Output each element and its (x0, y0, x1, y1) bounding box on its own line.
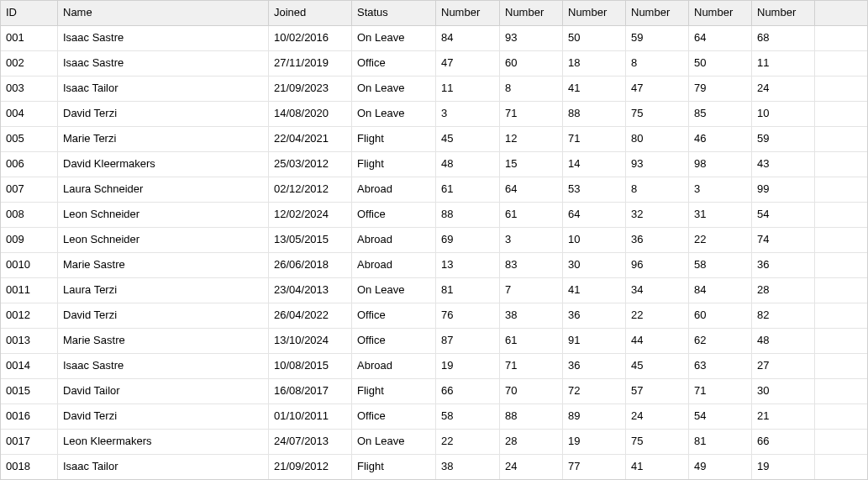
table-row[interactable]: 001Isaac Sastre10/02/2016On Leave8493505… (1, 26, 867, 51)
cell-name[interactable]: David Terzi (58, 102, 269, 126)
table-row[interactable]: 0018Isaac Tailor21/09/2012Flight38247741… (1, 455, 867, 479)
cell-number[interactable]: 44 (626, 329, 689, 353)
cell-joined[interactable]: 10/02/2016 (269, 26, 352, 50)
cell-number[interactable]: 85 (689, 102, 752, 126)
cell-number[interactable]: 3 (689, 177, 752, 202)
cell-number[interactable]: 81 (689, 430, 752, 454)
cell-id[interactable]: 009 (1, 228, 58, 252)
cell-name[interactable]: Isaac Tailor (58, 76, 269, 101)
table-row[interactable]: 0014Isaac Sastre10/08/2015Abroad19713645… (1, 354, 867, 379)
cell-joined[interactable]: 16/08/2017 (269, 379, 352, 404)
cell-number[interactable]: 7 (500, 278, 563, 303)
cell-status[interactable]: Abroad (352, 177, 436, 202)
cell-name[interactable]: Marie Sastre (58, 329, 269, 353)
cell-number[interactable]: 30 (752, 379, 815, 404)
cell-number[interactable]: 36 (626, 228, 689, 252)
cell-joined[interactable]: 21/09/2023 (269, 76, 352, 101)
cell-number[interactable]: 3 (436, 102, 500, 126)
cell-number[interactable]: 64 (563, 203, 626, 227)
cell-joined[interactable]: 21/09/2012 (269, 455, 352, 479)
cell-name[interactable]: Marie Terzi (58, 127, 269, 151)
cell-number[interactable]: 28 (752, 278, 815, 303)
cell-number[interactable]: 10 (563, 228, 626, 252)
cell-number[interactable]: 60 (500, 51, 563, 76)
cell-number[interactable]: 62 (689, 329, 752, 353)
cell-number[interactable]: 36 (752, 253, 815, 277)
cell-joined[interactable]: 13/05/2015 (269, 228, 352, 252)
cell-id[interactable]: 004 (1, 102, 58, 126)
table-row[interactable]: 002Isaac Sastre27/11/2019Office476018850… (1, 51, 867, 76)
cell-number[interactable]: 48 (752, 329, 815, 353)
cell-id[interactable]: 003 (1, 76, 58, 101)
cell-number[interactable]: 47 (436, 51, 500, 76)
cell-number[interactable]: 80 (626, 127, 689, 151)
cell-number[interactable]: 71 (689, 379, 752, 404)
cell-number[interactable]: 74 (752, 228, 815, 252)
cell-number[interactable]: 14 (563, 152, 626, 177)
cell-number[interactable]: 70 (500, 379, 563, 404)
cell-number[interactable]: 84 (436, 26, 500, 50)
cell-joined[interactable]: 13/10/2024 (269, 329, 352, 353)
cell-number[interactable]: 19 (436, 354, 500, 378)
cell-number[interactable]: 41 (626, 455, 689, 479)
cell-number[interactable]: 81 (436, 278, 500, 303)
cell-number[interactable]: 82 (752, 303, 815, 328)
cell-number[interactable]: 24 (752, 76, 815, 101)
cell-number[interactable]: 43 (752, 152, 815, 177)
cell-status[interactable]: Office (352, 51, 436, 76)
cell-joined[interactable]: 22/04/2021 (269, 127, 352, 151)
table-row[interactable]: 0016David Terzi01/10/2011Office588889245… (1, 404, 867, 430)
table-row[interactable]: 0013Marie Sastre13/10/2024Office87619144… (1, 329, 867, 354)
cell-number[interactable]: 64 (500, 177, 563, 202)
cell-id[interactable]: 0016 (1, 404, 58, 429)
cell-number[interactable]: 8 (626, 51, 689, 76)
cell-joined[interactable]: 25/03/2012 (269, 152, 352, 177)
cell-number[interactable]: 31 (689, 203, 752, 227)
cell-name[interactable]: Isaac Sastre (58, 354, 269, 378)
table-row[interactable]: 007Laura Schneider02/12/2012Abroad616453… (1, 177, 867, 203)
cell-number[interactable]: 50 (689, 51, 752, 76)
cell-number[interactable]: 28 (500, 430, 563, 454)
cell-id[interactable]: 0010 (1, 253, 58, 277)
cell-number[interactable]: 60 (689, 303, 752, 328)
cell-number[interactable]: 15 (500, 152, 563, 177)
cell-status[interactable]: Office (352, 404, 436, 429)
cell-status[interactable]: Abroad (352, 354, 436, 378)
cell-name[interactable]: David Terzi (58, 303, 269, 328)
cell-status[interactable]: On Leave (352, 76, 436, 101)
cell-id[interactable]: 0015 (1, 379, 58, 404)
cell-name[interactable]: Leon Kleermakers (58, 430, 269, 454)
table-row[interactable]: 009Leon Schneider13/05/2015Abroad6931036… (1, 228, 867, 253)
cell-status[interactable]: On Leave (352, 26, 436, 50)
cell-status[interactable]: Abroad (352, 228, 436, 252)
cell-number[interactable]: 18 (563, 51, 626, 76)
cell-number[interactable]: 47 (626, 76, 689, 101)
cell-number[interactable]: 30 (563, 253, 626, 277)
cell-number[interactable]: 53 (563, 177, 626, 202)
cell-number[interactable]: 87 (436, 329, 500, 353)
col-header-extra[interactable] (815, 1, 867, 25)
table-row[interactable]: 0010Marie Sastre26/06/2018Abroad13833096… (1, 253, 867, 278)
col-header-name[interactable]: Name (58, 1, 269, 25)
cell-number[interactable]: 24 (500, 455, 563, 479)
col-header-joined[interactable]: Joined (269, 1, 352, 25)
cell-number[interactable]: 72 (563, 379, 626, 404)
cell-number[interactable]: 36 (563, 354, 626, 378)
cell-number[interactable]: 59 (752, 127, 815, 151)
cell-id[interactable]: 008 (1, 203, 58, 227)
cell-number[interactable]: 21 (752, 404, 815, 429)
col-header-number[interactable]: Number (626, 1, 689, 25)
cell-number[interactable]: 36 (563, 303, 626, 328)
cell-number[interactable]: 61 (500, 203, 563, 227)
cell-number[interactable]: 22 (626, 303, 689, 328)
cell-status[interactable]: Office (352, 303, 436, 328)
table-row[interactable]: 0015David Tailor16/08/2017Flight66707257… (1, 379, 867, 404)
cell-number[interactable]: 38 (500, 303, 563, 328)
cell-number[interactable]: 69 (436, 228, 500, 252)
cell-joined[interactable]: 01/10/2011 (269, 404, 352, 429)
cell-name[interactable]: David Tailor (58, 379, 269, 404)
cell-number[interactable]: 19 (752, 455, 815, 479)
cell-id[interactable]: 0011 (1, 278, 58, 303)
cell-id[interactable]: 005 (1, 127, 58, 151)
cell-number[interactable]: 45 (436, 127, 500, 151)
